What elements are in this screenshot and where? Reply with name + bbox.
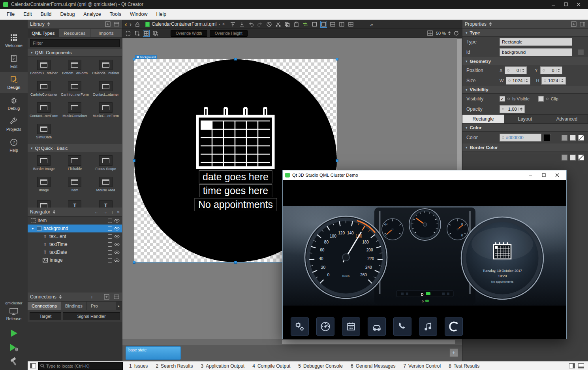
- debug-run-button[interactable]: [9, 343, 19, 352]
- spinner-icon[interactable]: [556, 69, 560, 72]
- navigator-item-texttime[interactable]: T textTime: [28, 240, 122, 248]
- binding-dot-icon[interactable]: [507, 98, 510, 100]
- binding-dot-icon[interactable]: [507, 69, 509, 72]
- locator-input[interactable]: [46, 364, 121, 368]
- section-qml-components[interactable]: ▾ QML Components: [28, 49, 122, 57]
- reset-view-icon[interactable]: [453, 30, 460, 37]
- reload-button[interactable]: [445, 317, 463, 336]
- resize-handle-ne[interactable]: [336, 58, 338, 60]
- dashboard-button[interactable]: [316, 317, 334, 336]
- toolbar-overflow-icon[interactable]: »: [370, 21, 373, 27]
- section-type[interactable]: ▾Type: [462, 29, 588, 37]
- tab-properties-dyn[interactable]: Pro: [87, 302, 102, 310]
- goto-child-icon[interactable]: [239, 21, 245, 28]
- add-state-button[interactable]: +: [449, 348, 458, 357]
- canvas-color-icon[interactable]: [427, 30, 434, 37]
- section-qt-quick-basic[interactable]: ▾ Qt Quick - Basic: [28, 144, 122, 152]
- library-component[interactable]: Mouse Area: [90, 174, 121, 196]
- visibility-eye-icon[interactable]: [114, 219, 120, 223]
- build-button[interactable]: [9, 357, 18, 366]
- library-component[interactable]: Image: [28, 174, 59, 196]
- zoom-level-select[interactable]: 50 %: [436, 31, 446, 36]
- remove-connection-icon[interactable]: −: [97, 294, 100, 300]
- no-snapping-icon[interactable]: [125, 30, 132, 37]
- tab-imports[interactable]: Imports: [90, 29, 122, 37]
- tab-layout[interactable]: Layout: [504, 115, 546, 123]
- calendar-image[interactable]: [196, 107, 275, 169]
- solid-fill-icon[interactable]: [562, 135, 567, 141]
- menu-item[interactable]: Help: [152, 9, 171, 19]
- visibility-eye-icon[interactable]: [114, 227, 120, 230]
- toggle-output-pane-icon[interactable]: [578, 363, 584, 368]
- tab-connections[interactable]: Connections: [28, 302, 61, 310]
- locator[interactable]: [38, 362, 123, 370]
- close-button[interactable]: [572, 0, 585, 9]
- tab-close-icon[interactable]: ×: [222, 21, 225, 27]
- export-toggle-icon[interactable]: [108, 227, 112, 231]
- navigator-item-textdate[interactable]: T textDate: [28, 248, 122, 256]
- section-color[interactable]: ▾Color: [462, 124, 588, 132]
- maximize-button[interactable]: [537, 170, 550, 180]
- visibility-eye-icon[interactable]: [114, 251, 120, 254]
- column-target[interactable]: Target: [30, 312, 61, 320]
- spinner-icon[interactable]: [518, 108, 522, 111]
- output-pane-button[interactable]: 6General Messages: [347, 362, 399, 370]
- id-options-button[interactable]: [578, 49, 584, 55]
- properties-mode-combo[interactable]: Properties: [465, 21, 492, 27]
- cut-icon[interactable]: [275, 21, 282, 28]
- color-field[interactable]: #000000: [500, 134, 541, 142]
- output-pane-button[interactable]: 1Issues: [125, 362, 152, 370]
- toggle-right-sidebar-icon[interactable]: [569, 363, 575, 368]
- visibility-eye-icon[interactable]: [114, 243, 120, 246]
- navigator-overflow-icon[interactable]: »: [117, 209, 120, 215]
- library-component[interactable]: Bottom...erForm: [59, 57, 90, 79]
- delete-item-icon[interactable]: [266, 21, 272, 28]
- library-component[interactable]: BottomB...ntainer: [28, 57, 59, 79]
- canvas-horizontal-scrollbar[interactable]: [122, 339, 462, 345]
- text-appointments-item[interactable]: No appointments: [194, 198, 277, 211]
- menu-item[interactable]: Debug: [56, 9, 79, 19]
- maximize-button[interactable]: [560, 0, 572, 9]
- output-pane-button[interactable]: 7Version Control: [399, 362, 445, 370]
- document-tab[interactable]: CalendarContainerForm.ui.qml ▾ ×: [143, 20, 227, 28]
- calendar-button[interactable]: [342, 317, 360, 336]
- library-component[interactable]: MusicContainer: [59, 100, 90, 121]
- undo-icon[interactable]: [248, 21, 254, 28]
- height-field[interactable]: 1024: [541, 77, 566, 85]
- grid-layout-icon[interactable]: [348, 21, 354, 28]
- library-component[interactable]: Border Image: [28, 153, 59, 174]
- width-field[interactable]: 1024: [506, 77, 530, 85]
- add-panel-icon[interactable]: [103, 294, 110, 300]
- tab-resources[interactable]: Resources: [59, 29, 91, 37]
- goto-parent-icon[interactable]: [229, 21, 236, 28]
- library-component[interactable]: T: [90, 198, 121, 208]
- cluster-titlebar[interactable]: Qt 3D Studio QML Cluster Demo: [283, 170, 566, 180]
- clip-checkbox[interactable]: [538, 96, 544, 102]
- menu-item[interactable]: Tools: [105, 9, 126, 19]
- library-component[interactable]: T: [59, 198, 90, 208]
- binding-dot-icon[interactable]: [502, 136, 504, 139]
- add-connection-icon[interactable]: +: [90, 294, 94, 300]
- menu-item[interactable]: Analyze: [79, 9, 105, 19]
- library-component[interactable]: MusicC...erForm: [90, 100, 121, 121]
- export-toggle-icon[interactable]: [108, 258, 112, 262]
- navigator-item-background[interactable]: ▾ background: [28, 225, 122, 232]
- library-component[interactable]: CarInfoContainer: [28, 79, 59, 100]
- section-visibility[interactable]: ▾Visibility: [462, 86, 588, 94]
- toggle-left-sidebar-icon[interactable]: [30, 363, 36, 368]
- mode-help[interactable]: ? Help: [0, 135, 28, 156]
- library-component[interactable]: [28, 198, 59, 208]
- color-swatch[interactable]: [544, 134, 551, 141]
- add-panel-icon[interactable]: [571, 21, 577, 27]
- output-pane-button[interactable]: 3Application Output: [197, 362, 248, 370]
- minimize-button[interactable]: [547, 0, 560, 9]
- override-width-field[interactable]: Override Width: [171, 30, 207, 37]
- collapse-icon[interactable]: ▾: [31, 227, 35, 230]
- float-panel-icon[interactable]: [113, 21, 120, 27]
- output-pane-button[interactable]: 4Compile Output: [248, 362, 294, 370]
- binding-dot-icon[interactable]: [543, 69, 545, 72]
- y-field[interactable]: 0: [540, 66, 562, 74]
- mode-welcome[interactable]: Welcome: [0, 30, 28, 51]
- phone-button[interactable]: [393, 317, 411, 336]
- tab-advanced[interactable]: Advanced: [546, 115, 588, 123]
